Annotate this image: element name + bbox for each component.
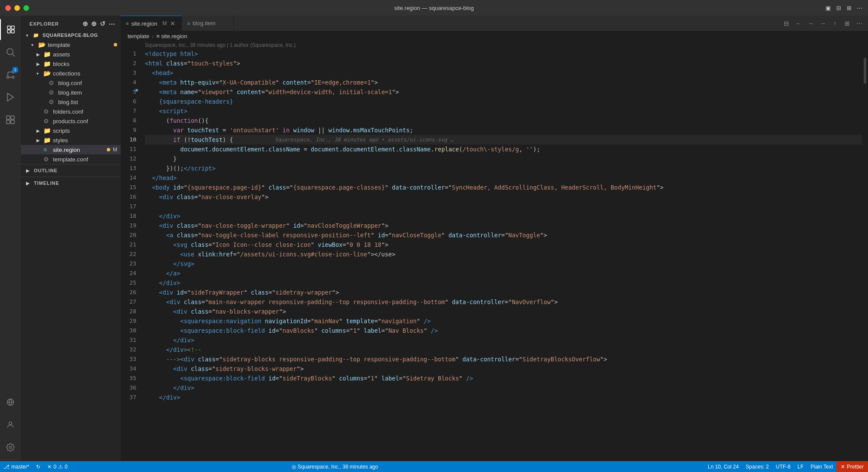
tab-icon-go-forward[interactable]: → bbox=[806, 18, 816, 29]
traffic-lights[interactable] bbox=[5, 5, 29, 11]
file-icon-site-region: ≡ bbox=[43, 146, 51, 153]
outline-header[interactable]: ▶ OUTLINE bbox=[21, 166, 121, 175]
tab-icon-split-editor[interactable]: ⊞ bbox=[842, 18, 852, 29]
tab-icon-blog-item: ≡ bbox=[187, 21, 190, 26]
sidebar-item-blog-list[interactable]: ▶ ⚙ blog.list bbox=[21, 97, 121, 107]
line-num-8: 8 bbox=[121, 116, 136, 125]
code-line-6: {squarespace-headers} bbox=[145, 97, 862, 106]
outline-section: ▶ OUTLINE bbox=[21, 164, 121, 177]
code-line-24: </a> bbox=[145, 269, 862, 278]
tab-icon-go-back[interactable]: ← bbox=[793, 18, 804, 29]
root-label: SQUARESAPCE-BLOG bbox=[43, 33, 98, 38]
status-sync[interactable]: ↻ bbox=[33, 461, 44, 472]
sidebar-item-collections[interactable]: ▾ 📂 collections bbox=[21, 69, 121, 78]
code-line-10: if (!touchTest) { Squarespace, Inc., 38 … bbox=[145, 135, 862, 144]
tab-site-region[interactable]: ≡ site.region M ✕ bbox=[121, 16, 182, 31]
status-spaces[interactable]: Spaces: 2 bbox=[742, 461, 772, 472]
panel-icon[interactable]: ▣ bbox=[825, 4, 832, 11]
tree-arrow-root: ▾ bbox=[26, 33, 33, 38]
maximize-button[interactable] bbox=[23, 5, 29, 11]
activity-extensions[interactable] bbox=[0, 109, 21, 130]
activity-search[interactable] bbox=[0, 42, 21, 62]
tree-label-template: template bbox=[48, 42, 70, 48]
branch-name: master* bbox=[11, 464, 29, 470]
editor-content[interactable]: 1 2 3 4 5 6 7 8 9 10 11 12 13 14 15 16 1… bbox=[121, 49, 868, 461]
activity-source-control[interactable]: 1 bbox=[0, 64, 21, 85]
root-icon: 📁 bbox=[33, 33, 41, 38]
line-num-37: 37 bbox=[121, 393, 136, 402]
tab-close-site-region[interactable]: ✕ bbox=[169, 20, 176, 27]
tree-label-blog-list: blog.list bbox=[58, 99, 78, 105]
breadcrumb-site-region[interactable]: ≡ site.region bbox=[156, 33, 187, 39]
line-num-2: 2 bbox=[121, 59, 136, 68]
activity-settings[interactable] bbox=[0, 437, 21, 458]
language-text: Plain Text bbox=[811, 464, 833, 470]
sidebar-item-styles[interactable]: ▶ 📁 styles bbox=[21, 135, 121, 145]
code-line-9: var touchTest = 'ontouchstart' in window… bbox=[145, 125, 862, 135]
code-line-23: </svg> bbox=[145, 259, 862, 269]
timeline-header[interactable]: ▶ TIMELINE bbox=[21, 179, 121, 187]
file-icon-blog-conf: ⚙ bbox=[49, 79, 56, 86]
code-line-2: <html class="touch-styles"> bbox=[145, 59, 862, 68]
status-prettier[interactable]: ✕ Prettier bbox=[836, 461, 868, 472]
editor-scrollbar[interactable] bbox=[862, 49, 868, 461]
split-icon[interactable]: ⊞ bbox=[845, 4, 852, 11]
status-encoding[interactable]: UTF-8 bbox=[772, 461, 794, 472]
tree-label-blocks: blocks bbox=[53, 61, 69, 67]
sidebar-item-scripts[interactable]: ▶ 📁 scripts bbox=[21, 126, 121, 135]
sidebar-item-products-conf[interactable]: ▶ ⚙ products.conf bbox=[21, 116, 121, 126]
status-blame-center[interactable]: ◎ Squarespace, Inc., 38 minutes ago bbox=[288, 461, 381, 472]
code-line-30: <squarespace:block-field id="navBlocks" … bbox=[145, 326, 862, 335]
code-lines[interactable]: <!doctype html> <html class="touch-style… bbox=[141, 49, 862, 461]
tab-icon-go-changes[interactable]: → bbox=[818, 18, 828, 29]
status-bar: ⎇ master* ↻ ✕ 0 ⚠ 0 ◎ Squarespace, Inc.,… bbox=[0, 461, 868, 472]
new-folder-icon[interactable]: ⊕ bbox=[91, 20, 97, 28]
svg-line-5 bbox=[13, 54, 15, 57]
tree-root[interactable]: ▾ 📁 SQUARESAPCE-BLOG bbox=[21, 30, 121, 40]
collapse-icon[interactable]: ⋯ bbox=[108, 20, 115, 28]
layout-icon[interactable]: ⊟ bbox=[835, 4, 842, 11]
sidebar-item-blocks[interactable]: ▶ 📁 blocks bbox=[21, 59, 121, 69]
sidebar-item-blog-item[interactable]: ▶ ⚙ blog.item bbox=[21, 88, 121, 97]
status-position[interactable]: Ln 10, Col 24 bbox=[704, 461, 742, 472]
sidebar-item-site-region[interactable]: ▶ ≡ site.region M bbox=[21, 145, 121, 154]
activity-run[interactable] bbox=[0, 87, 21, 108]
line-num-25: 25 bbox=[121, 278, 136, 288]
minimize-button[interactable] bbox=[14, 5, 20, 11]
scrollbar-thumb[interactable] bbox=[864, 58, 866, 84]
status-language[interactable]: Plain Text bbox=[807, 461, 837, 472]
tab-icon-toggle-primary-sidebar[interactable]: ⊟ bbox=[781, 18, 792, 29]
line-num-3: 3 bbox=[121, 68, 136, 78]
code-line-33: ---><div class="sidetray-blocks responsi… bbox=[145, 354, 862, 364]
tab-icon-more-actions[interactable]: ⋯ bbox=[854, 18, 865, 29]
sidebar-item-blog-conf[interactable]: ▶ ⚙ blog.conf bbox=[21, 78, 121, 88]
status-errors[interactable]: ✕ 0 ⚠ 0 bbox=[44, 461, 71, 472]
close-button[interactable] bbox=[5, 5, 11, 11]
status-eol[interactable]: LF bbox=[794, 461, 807, 472]
sidebar-item-template-conf[interactable]: ▶ ⚙ template.conf bbox=[21, 154, 121, 164]
status-branch[interactable]: ⎇ master* bbox=[0, 461, 33, 472]
editor-area: ≡ site.region M ✕ ≡ blog.item ⊟ ← → → ↑ … bbox=[121, 16, 868, 461]
tab-blog-item[interactable]: ≡ blog.item bbox=[182, 16, 234, 31]
activity-explorer[interactable] bbox=[0, 19, 21, 40]
activity-bar: 1 bbox=[0, 16, 21, 461]
new-file-icon[interactable]: ⊕ bbox=[82, 20, 89, 28]
sidebar-item-folders-conf[interactable]: ▶ ⚙ folders.conf bbox=[21, 107, 121, 116]
sidebar-item-assets[interactable]: ▶ 📁 assets bbox=[21, 49, 121, 59]
more-icon[interactable]: ⋯ bbox=[856, 4, 863, 11]
code-line-36: </div> bbox=[145, 383, 862, 393]
code-line-19: <div class="nav-close-toggle-wrapper" id… bbox=[145, 221, 862, 230]
refresh-icon[interactable]: ↺ bbox=[100, 20, 106, 28]
activity-account[interactable] bbox=[0, 414, 21, 435]
code-line-28: <div class="nav-blocks-wrapper"> bbox=[145, 307, 862, 316]
outline-label: OUTLINE bbox=[34, 168, 57, 173]
sidebar-item-template[interactable]: ▾ 📂 template bbox=[21, 40, 121, 49]
activity-remote[interactable] bbox=[0, 392, 21, 413]
code-line-16: <div class="nav-close-overlay"> bbox=[145, 192, 862, 202]
code-line-32: </div><!-- bbox=[145, 345, 862, 354]
breadcrumb-template[interactable]: template bbox=[128, 33, 149, 39]
branch-icon: ⎇ bbox=[3, 464, 10, 470]
line-num-27: 27 bbox=[121, 297, 136, 307]
tab-label-site-region: site.region bbox=[131, 20, 157, 27]
tab-icon-open-file[interactable]: ↑ bbox=[830, 18, 840, 29]
